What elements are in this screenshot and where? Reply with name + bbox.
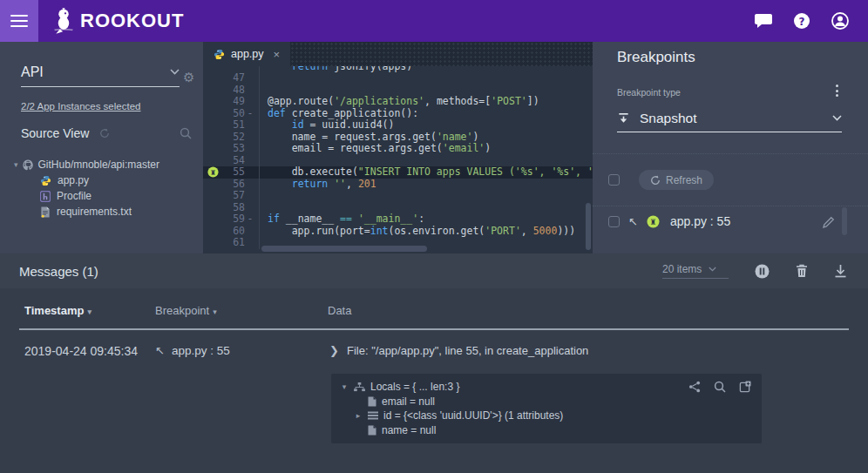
gutter[interactable]: 51 [203,119,259,132]
code-line-55: ♜55 db.execute("INSERT INTO apps VALUES … [203,166,593,179]
code-line-51: 51 id = uuid.uuid4() [203,119,593,132]
locals-row[interactable]: email = null [340,395,753,409]
tree-file-requirements-txt[interactable]: requirements.txt [0,204,203,220]
gutter[interactable]: 57 [203,190,259,202]
breakpoint-type-select[interactable]: Snapshot [617,105,842,132]
message-row[interactable]: 2019-04-24 09:45:34 ↖ app.py : 55 ❯ File… [0,341,868,363]
download-icon[interactable] [834,264,847,278]
tab-app-py[interactable]: app.py × [203,42,290,66]
line-number: 58 [222,202,245,214]
hamburger-menu-button[interactable] [0,0,38,42]
doc-icon [368,396,376,407]
gutter[interactable]: 54 [203,155,259,167]
expand-view-icon[interactable] [739,381,751,393]
horizontal-scrollbar[interactable] [261,246,427,252]
line-number: 57 [222,190,245,202]
panel-scrollbar[interactable] [842,207,847,235]
tree-file-app-py[interactable]: app.py [0,172,203,188]
project-select-value: API [21,64,44,80]
items-per-page-select[interactable]: 20 items [662,263,729,279]
breakpoint-checkbox[interactable] [608,216,620,227]
breakpoint-type-label: Breakpoint type [617,87,681,98]
workspace: API ⚙ 2/2 App Instances selected Source … [0,42,868,253]
locals-row[interactable]: name = null [340,423,753,438]
edit-pencil-icon[interactable] [822,216,835,229]
messages-section: Messages (1) 20 items [0,253,868,473]
code-text [259,190,593,202]
share-icon[interactable] [688,381,701,393]
tree-file-Procfile[interactable]: Procfile [0,188,203,204]
line-number: 59 [222,213,245,226]
gutter[interactable]: 52 [203,132,259,144]
code-text: name = request.args.get('name') [259,132,593,144]
fold-marker[interactable]: - [245,213,255,226]
close-icon[interactable]: × [274,48,281,61]
help-icon[interactable]: ? [793,12,810,30]
gear-icon[interactable]: ⚙ [183,70,194,85]
line-number: 47 [222,72,245,84]
chat-icon[interactable] [755,12,772,30]
code-text: app.run(port=int(os.environ.get('PORT', … [259,226,593,238]
code-text: email = request.args.get('email') [259,143,593,155]
gutter[interactable]: 49 [203,96,259,108]
python-icon [40,175,51,186]
vertical-scrollbar[interactable] [586,203,591,250]
code-text: db.execute("INSERT INTO apps VALUES ('%s… [259,166,593,179]
select-all-checkbox[interactable] [608,174,620,186]
gutter[interactable]: 60 [203,226,259,238]
refresh-button[interactable]: Refresh [639,170,714,190]
chevron-down-icon [832,115,842,121]
message-frame-info: File: "/app/app.py", line 55, in create_… [347,344,588,357]
source-view-row: Source View [21,126,192,140]
refresh-button-label: Refresh [666,174,702,186]
app-instances-link[interactable]: 2/2 App Instances selected [21,101,140,111]
fold-marker[interactable]: - [245,108,255,120]
tree-root-repo[interactable]: ▾ GitHub/mnoble/api:master [0,157,203,172]
list-icon [368,411,378,420]
file-tree: ▾ GitHub/mnoble/api:master app.pyProcfil… [0,157,203,220]
source-view-label: Source View [21,126,89,140]
doc-icon [368,425,376,436]
code-line-52: 52 name = request.args.get('name') [203,132,593,144]
gutter[interactable]: ♜55 [203,166,259,179]
kebab-menu-icon[interactable] [832,81,842,100]
rookout-logo: ROOKOUT [52,7,184,35]
code-line-57: 57 [203,190,593,202]
tree-files: app.pyProcfilerequirements.txt [0,172,203,220]
caret-right-icon[interactable]: ▸ [354,411,363,420]
refresh-icon[interactable] [99,128,110,139]
gutter[interactable]: 61 [203,237,259,249]
column-breakpoint-sort[interactable]: Breakpoint▾ [155,304,217,317]
line-number: 60 [222,226,245,238]
gutter[interactable]: 48 [203,84,259,97]
line-number: 56 [222,179,245,191]
gutter[interactable]: 59- [203,213,259,226]
gutter[interactable]: 58 [203,202,259,214]
line-number: 52 [222,132,245,144]
caret-down-icon[interactable]: ▾ [340,382,349,391]
trash-icon[interactable] [796,264,808,278]
messages-toolbar: 20 items [662,263,868,279]
breakpoint-marker-icon[interactable]: ♜ [207,166,219,178]
pause-icon[interactable] [755,264,770,279]
project-select[interactable]: API [21,57,180,87]
code-line-54: 54 [203,155,593,167]
locals-row[interactable]: ▸id = {<class 'uuid.UUID'>} (1 attribute… [340,409,753,423]
breakpoint-list-item[interactable]: ↖ ♜ app.py : 55 [608,214,852,228]
line-number: 53 [222,143,245,155]
messages-table-header: Timestamp▾ Breakpoint▾ Data [0,304,868,321]
search-icon[interactable] [180,127,192,139]
svg-text:?: ? [799,16,805,28]
locals-variable-panel: ▾Locals = { ... len:3 }email = null▸id =… [331,374,762,443]
row-expand-chevron[interactable]: ❯ [329,344,339,357]
code-text: return jsonify(apps) [259,66,593,72]
column-timestamp-sort[interactable]: Timestamp▾ [24,304,92,317]
gutter[interactable]: 53 [203,143,259,155]
search-icon[interactable] [714,381,726,393]
gutter[interactable]: 56 [203,179,259,191]
gutter[interactable] [203,66,259,72]
profile-icon[interactable] [831,12,849,30]
code-line-56: 56 return '', 201 [203,179,593,191]
gutter[interactable]: 50- [203,108,259,120]
gutter[interactable]: 47 [203,72,259,84]
